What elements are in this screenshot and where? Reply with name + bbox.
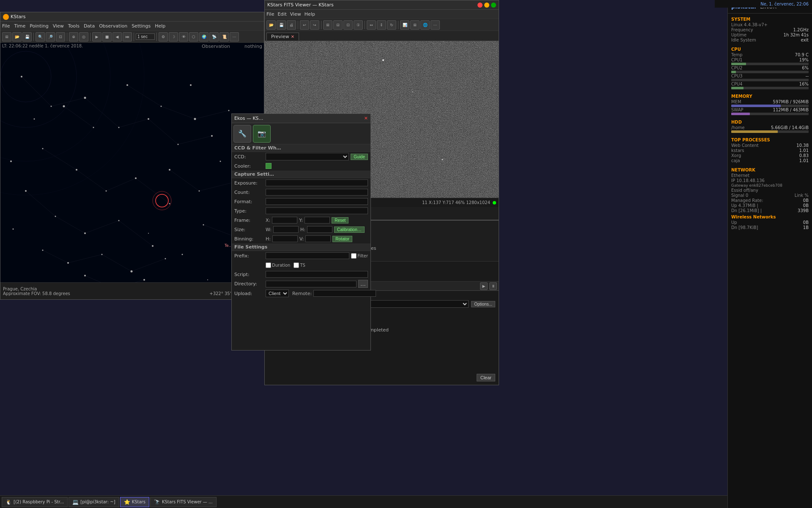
menu-pointing[interactable]: Pointing (30, 23, 48, 29)
ekos-calibration-btn[interactable]: Calibration… (334, 226, 365, 233)
ekos-script-input[interactable] (266, 271, 368, 278)
fits-tb-zoom-100[interactable]: ① (354, 20, 363, 30)
taskbar-item-0[interactable]: 🐧 [(2) Raspbbery Pi - Str... (2, 497, 68, 507)
ekos-frame-y-input[interactable]: 0 (304, 217, 330, 224)
ekos-remote-input[interactable]: /home/pi (313, 290, 376, 297)
menu-time[interactable]: Time (14, 23, 25, 29)
ekos-type-input[interactable]: Li… (266, 207, 368, 214)
menu-help[interactable]: Help (155, 23, 165, 29)
mem-row: MEM 597MiB / 926MiB (731, 99, 809, 104)
ekos-ts-checkbox[interactable] (294, 262, 299, 268)
menu-view[interactable]: View (53, 23, 64, 29)
svg-point-61 (42, 250, 44, 251)
ekos-close-btn[interactable]: ✕ (364, 116, 368, 121)
fits-tb-zoom-out[interactable]: ⊟ (333, 20, 343, 30)
ekos-ccd-select[interactable] (266, 153, 349, 160)
fits-tb-save[interactable]: 💾 (277, 20, 286, 30)
ekos-ts-check-label: TS (294, 262, 305, 268)
fits-max-btn[interactable] (491, 3, 496, 8)
tb-forward[interactable]: ⏭ (123, 32, 132, 41)
ekos-frame-x-input[interactable]: 0 (272, 217, 297, 224)
svg-point-40 (42, 148, 44, 149)
tb-play[interactable]: ▶ (92, 32, 102, 41)
preview-play-btn[interactable]: ▶ (480, 282, 488, 290)
tb-center[interactable]: ◎ (79, 32, 88, 41)
fits-menu-help[interactable]: Help (304, 11, 315, 17)
tb-save[interactable]: 💾 (22, 32, 32, 41)
ekos-reset-btn[interactable]: Reset (332, 217, 348, 224)
fits-menu-edit[interactable]: Edit (277, 11, 286, 17)
ekos-icon-wrench[interactable]: 🔧 (233, 125, 251, 143)
ekos-format-input[interactable]: FITS (266, 198, 368, 205)
tb-open[interactable]: 📂 (12, 32, 22, 41)
fits-menu-file[interactable]: File (266, 11, 274, 17)
fits-tb-flip-h[interactable]: ↔ (367, 20, 376, 30)
fits-menu-view[interactable]: View (290, 11, 301, 17)
fits-tab-preview[interactable]: Preview ✕ (266, 33, 299, 41)
fits-tb-grid[interactable]: ⊞ (410, 20, 420, 30)
ekos-guide-btn[interactable]: Guide (351, 154, 368, 160)
fits-tb-undo[interactable]: ↩ (300, 20, 309, 30)
ekos-duration-checkbox[interactable] (266, 262, 271, 268)
ekos-count-input[interactable]: 1 (266, 189, 368, 196)
options-btn[interactable]: Options... (471, 301, 495, 307)
fits-toolbar: 📂 💾 🖨 ↩ ↪ ⊞ ⊟ ⊡ ① ↔ ↕ ↻ 📊 ⊞ 🌐 ⋯ (265, 19, 499, 31)
tb-rewind[interactable]: ◀ (112, 32, 122, 41)
tb-more[interactable]: ⋯ (230, 32, 239, 41)
fits-tb-rot[interactable]: ↻ (387, 20, 396, 30)
fits-tb-more[interactable]: ⋯ (431, 20, 440, 30)
taskbar-item-2[interactable]: ⭐ KStars (120, 497, 149, 507)
menu-data[interactable]: Data (84, 23, 95, 29)
tb-zoom-in[interactable]: 🔍 (36, 32, 45, 41)
tb-altaz[interactable]: 📡 (209, 32, 219, 41)
svg-point-45 (25, 190, 27, 192)
preview-pause-btn[interactable]: ⏸ (489, 282, 497, 290)
ekos-upload-select[interactable]: Client (266, 290, 289, 297)
fits-tb-flip-v[interactable]: ↕ (377, 20, 386, 30)
ekos-dir-browse-btn[interactable]: … (358, 280, 368, 288)
ekos-prefix-input[interactable]: Target (266, 252, 349, 259)
ekos-size-w-input[interactable]: 1280 (273, 226, 299, 233)
tb-indi[interactable]: ☽ (169, 32, 178, 41)
network-title: NETWORK (731, 168, 809, 172)
tb-fov[interactable]: ⬡ (189, 32, 198, 41)
ekos-filter-checkbox[interactable] (351, 253, 357, 259)
tb-zoom-fit[interactable]: ⊡ (56, 32, 65, 41)
ekos-dir-input[interactable]: /home/pi (266, 281, 357, 287)
ekos-rotator-btn[interactable]: Rotator (332, 236, 352, 242)
clear-btn[interactable]: Clear (477, 374, 495, 381)
fits-tb-open[interactable]: 📂 (266, 20, 276, 30)
time-step-input[interactable] (136, 33, 155, 40)
tb-ekos[interactable]: ⚙ (159, 32, 168, 41)
tb-script[interactable]: 📜 (219, 32, 229, 41)
tb-zoom-out[interactable]: 🔎 (46, 32, 55, 41)
fits-tb-zoom-fit[interactable]: ⊡ (343, 20, 353, 30)
tb-track[interactable]: ⊕ (69, 32, 78, 41)
fits-tb-print[interactable]: 🖨 (287, 20, 296, 30)
tb-new[interactable]: ⊞ (2, 32, 11, 41)
fits-tb-redo[interactable]: ↪ (310, 20, 319, 30)
taskbar-item-3[interactable]: 🔭 KStars FITS Viewer — ... (150, 497, 217, 507)
ekos-ccd-label: CCD: (234, 154, 264, 160)
tb-geo[interactable]: 🌍 (199, 32, 208, 41)
taskbar-item-1[interactable]: 💻 [pi@pi3kstar: ~] (69, 497, 119, 507)
tb-obs[interactable]: 👁 (179, 32, 188, 41)
fits-tb-stats[interactable]: 📊 (400, 20, 409, 30)
ekos-size-h-input[interactable]: 1024 (307, 226, 332, 233)
ekos-icon-camera[interactable]: 📷 (253, 125, 271, 143)
fits-tb-zoom-in[interactable]: ⊞ (323, 20, 332, 30)
svg-point-49 (152, 245, 154, 247)
ekos-bin-v-input[interactable]: 1 (305, 235, 331, 242)
fits-close-btn[interactable] (477, 3, 483, 8)
ekos-bin-h-input[interactable]: 1 (272, 235, 298, 242)
star-map[interactable]: LT: 22:06:22 neděle 1. července 2018. Ob… (0, 43, 264, 282)
fits-tab-close[interactable]: ✕ (291, 34, 294, 39)
menu-tools[interactable]: Tools (68, 23, 80, 29)
tb-stop[interactable]: ■ (102, 32, 112, 41)
ekos-exposure-input[interactable]: 1,0… (266, 179, 368, 186)
menu-file[interactable]: File (2, 23, 10, 29)
menu-settings[interactable]: Settings (132, 23, 151, 29)
fits-tb-wcs[interactable]: 🌐 (420, 20, 430, 30)
fits-min-btn[interactable] (484, 3, 489, 8)
menu-observation[interactable]: Observation (99, 23, 127, 29)
